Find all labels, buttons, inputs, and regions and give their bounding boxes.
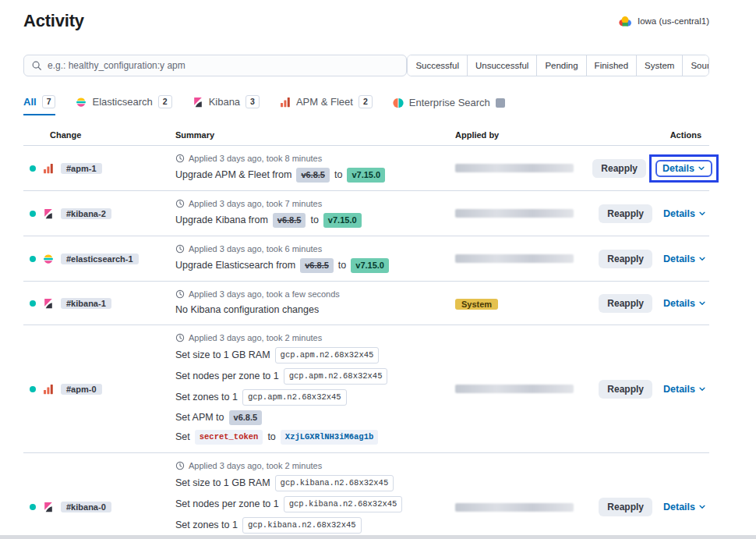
filter-unsuccessful[interactable]: Unsuccessful bbox=[468, 55, 537, 76]
tab-enterprise-search[interactable]: Enterprise Search bbox=[393, 97, 505, 115]
reapply-button[interactable]: Reapply bbox=[592, 159, 646, 178]
filter-system[interactable]: System bbox=[637, 55, 683, 76]
summary-text: Set size to 1 GB RAM bbox=[175, 477, 270, 490]
redacted-user bbox=[455, 164, 574, 172]
clock-icon bbox=[175, 333, 185, 342]
details-label: Details bbox=[663, 298, 695, 309]
version-to-badge: v7.15.0 bbox=[347, 168, 385, 183]
annotation-highlight: Details bbox=[649, 154, 719, 183]
tab-all-count-badge: 7 bbox=[42, 95, 56, 108]
details-label: Details bbox=[663, 384, 695, 395]
summary-text: Set zones to 1 bbox=[175, 391, 238, 404]
summary-text: Upgrade Kibana from bbox=[175, 214, 268, 227]
search-box[interactable] bbox=[23, 55, 407, 76]
viewport-bottom-edge bbox=[0, 535, 756, 539]
table-row: #elasticsearch-1 Applied 3 days ago, too… bbox=[23, 236, 709, 282]
search-icon bbox=[31, 60, 42, 71]
version-to-badge: v7.15.0 bbox=[323, 213, 362, 228]
page-header: Activity Iowa (us-central1) bbox=[23, 11, 709, 31]
status-dot bbox=[30, 386, 36, 392]
details-button[interactable]: Details bbox=[655, 160, 712, 177]
applied-meta: Applied 3 days ago, took 2 minutes bbox=[175, 333, 452, 342]
details-button[interactable]: Details bbox=[663, 384, 706, 395]
apm-icon bbox=[43, 384, 54, 395]
instance-config-chip: gcp.kibana.n2.68x32x45 bbox=[275, 475, 394, 491]
tab-elasticsearch-count-badge: 2 bbox=[158, 95, 172, 108]
summary-text: to bbox=[310, 214, 318, 227]
applied-meta: Applied 3 days ago, took 6 minutes bbox=[175, 244, 452, 254]
reapply-button[interactable]: Reapply bbox=[599, 380, 652, 399]
clock-icon bbox=[175, 244, 185, 254]
details-button[interactable]: Details bbox=[663, 298, 706, 309]
filter-finished[interactable]: Finished bbox=[587, 55, 637, 76]
summary-text: Set APM to bbox=[175, 411, 224, 424]
version-from-badge: v6.8.5 bbox=[300, 258, 334, 273]
column-header-applied-by: Applied by bbox=[452, 130, 600, 140]
search-input[interactable] bbox=[48, 60, 399, 71]
table-row: #kibana-1 Applied 3 days ago, took a few… bbox=[23, 282, 709, 325]
table-header: Change Summary Applied by Actions bbox=[23, 125, 709, 146]
tab-enterprise-search-label: Enterprise Search bbox=[409, 97, 490, 108]
summary-text: Upgrade APM & Fleet from bbox=[175, 168, 291, 182]
kibana-icon bbox=[43, 208, 54, 219]
tab-elasticsearch[interactable]: Elasticsearch 2 bbox=[76, 95, 171, 115]
change-id-badge: #kibana-1 bbox=[61, 298, 111, 309]
status-dot bbox=[30, 504, 36, 510]
instance-config-chip: gcp.apm.n2.68x32x45 bbox=[275, 347, 380, 363]
summary-text: Upgrade Elasticsearch from bbox=[175, 259, 295, 272]
table-row: #kibana-0 Applied 3 days ago, took 2 min… bbox=[23, 453, 709, 539]
instance-config-chip: gcp.apm.n2.68x32x45 bbox=[242, 389, 347, 406]
applied-meta: Applied 3 days ago, took a few seconds bbox=[175, 289, 452, 299]
tab-apm-fleet[interactable]: APM & Fleet 2 bbox=[280, 95, 373, 115]
column-header-actions: Actions bbox=[600, 130, 709, 140]
tab-enterprise-search-count-badge bbox=[496, 98, 505, 108]
filter-pending[interactable]: Pending bbox=[537, 55, 586, 76]
filter-source-dropdown[interactable]: Source bbox=[683, 55, 709, 76]
tab-all[interactable]: All 7 bbox=[23, 95, 55, 115]
reapply-button[interactable]: Reapply bbox=[599, 250, 652, 268]
table-row: #kibana-2 Applied 3 days ago, took 7 min… bbox=[23, 191, 709, 236]
region-indicator: Iowa (us-central1) bbox=[618, 16, 709, 27]
change-id-badge: #apm-0 bbox=[61, 384, 102, 395]
google-cloud-icon bbox=[618, 16, 632, 27]
change-id-badge: #kibana-0 bbox=[61, 502, 111, 512]
column-header-summary: Summary bbox=[171, 130, 452, 140]
applied-meta: Applied 3 days ago, took 2 minutes bbox=[175, 461, 452, 470]
filter-successful[interactable]: Successful bbox=[408, 55, 468, 76]
apm-icon bbox=[280, 97, 291, 108]
change-id-badge: #apm-1 bbox=[61, 163, 102, 174]
details-button[interactable]: Details bbox=[663, 502, 706, 512]
version-from-badge: v6.8.5 bbox=[296, 168, 330, 183]
activity-page: Activity Iowa (us-central1) Successful U… bbox=[23, 0, 709, 539]
reapply-button[interactable]: Reapply bbox=[599, 294, 652, 313]
details-label: Details bbox=[663, 208, 695, 219]
tab-kibana[interactable]: Kibana 3 bbox=[193, 95, 260, 115]
summary-text: Set nodes per zone to 1 bbox=[175, 498, 279, 511]
apm-icon bbox=[43, 163, 54, 174]
status-dot bbox=[30, 211, 36, 217]
reapply-button[interactable]: Reapply bbox=[599, 498, 652, 516]
tab-elasticsearch-label: Elasticsearch bbox=[92, 96, 152, 108]
elasticsearch-icon bbox=[76, 97, 87, 108]
summary-text: Set nodes per zone to 1 bbox=[175, 370, 279, 383]
tab-all-label: All bbox=[23, 96, 37, 108]
kibana-icon bbox=[193, 97, 203, 108]
summary-text: Set zones to 1 bbox=[175, 519, 238, 532]
meta-text: Applied 3 days ago, took 7 minutes bbox=[189, 199, 322, 208]
filter-source-label: Source bbox=[691, 61, 709, 70]
reapply-button[interactable]: Reapply bbox=[599, 204, 652, 223]
summary-text: to bbox=[267, 431, 275, 444]
meta-text: Applied 3 days ago, took 2 minutes bbox=[189, 333, 322, 342]
tab-apm-fleet-label: APM & Fleet bbox=[296, 96, 353, 108]
chevron-down-icon bbox=[698, 503, 706, 511]
page-title: Activity bbox=[23, 11, 84, 31]
details-button[interactable]: Details bbox=[663, 254, 706, 264]
kibana-icon bbox=[43, 502, 54, 512]
details-button[interactable]: Details bbox=[663, 208, 706, 219]
clock-icon bbox=[175, 289, 185, 299]
chevron-down-icon bbox=[698, 300, 706, 307]
column-header-change: Change bbox=[23, 130, 171, 140]
applied-meta: Applied 3 days ago, took 8 minutes bbox=[175, 154, 452, 163]
secret-key-chip: secret_token bbox=[195, 430, 263, 445]
chevron-down-icon bbox=[698, 210, 706, 218]
